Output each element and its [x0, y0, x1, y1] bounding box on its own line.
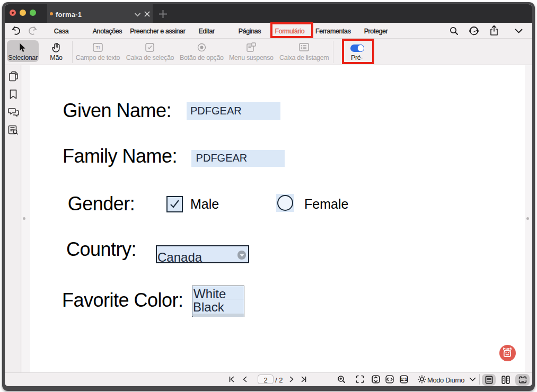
svg-text:TI: TI — [96, 45, 100, 50]
svg-text:1:1: 1:1 — [401, 377, 408, 382]
